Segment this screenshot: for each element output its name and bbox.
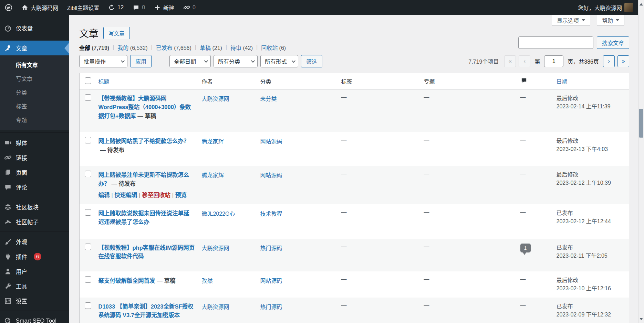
zibll-theme-settings-label: Zibll主题设置: [67, 3, 99, 12]
sidebar-item-community-posts[interactable]: 社区帖子: [0, 214, 69, 229]
comment-count-bubble[interactable]: 1: [520, 244, 531, 252]
sidebar-item-posts[interactable]: 文章: [0, 41, 69, 55]
status-link-trash[interactable]: 回收站 (6): [261, 43, 286, 52]
post-title-link[interactable]: D1033 【简单亲测】2023全新SF授权系统源码 V3.7全开源无加密版本: [98, 303, 194, 318]
post-title-link[interactable]: 【视频教程】php客服在线IM源码网页在线客服软件代码: [98, 245, 195, 259]
filter-button[interactable]: 筛选: [301, 55, 322, 67]
category-filter-select[interactable]: 所有分类: [214, 55, 258, 67]
author-link[interactable]: 孜然: [202, 278, 213, 284]
edit-link[interactable]: 编辑: [98, 192, 110, 198]
date-value: 2023-02-13 下午4:03: [557, 145, 626, 153]
author-link[interactable]: 大鹏资源网: [202, 304, 229, 310]
row-checkbox[interactable]: [85, 276, 91, 283]
row-checkbox[interactable]: [85, 302, 91, 309]
vertical-scrollbar[interactable]: [638, 0, 644, 323]
post-title-link[interactable]: 网上赌被网站黑了不给提款怎么办？: [98, 138, 189, 144]
select-all-checkbox[interactable]: [85, 77, 91, 84]
sidebar-item-links[interactable]: 链接: [0, 150, 69, 165]
sidebar-item-smart-seo-tool[interactable]: Smart SEO Tool: [0, 313, 69, 323]
column-header-title[interactable]: 标题: [95, 73, 198, 89]
category-link[interactable]: 热门源码: [260, 245, 282, 251]
submenu-tags[interactable]: 标签: [0, 99, 69, 113]
sidebar-item-label: 设置: [16, 297, 27, 305]
prev-page-button[interactable]: ‹: [519, 55, 530, 67]
status-link-mine[interactable]: 我的 (6,532): [117, 43, 147, 52]
first-page-button[interactable]: «: [504, 55, 516, 67]
submenu-all-posts[interactable]: 所有文章: [0, 58, 69, 72]
author-link[interactable]: 大鹏资源网: [202, 245, 229, 251]
sidebar-item-comments[interactable]: 评论: [0, 180, 69, 194]
page-suffix-label: 页，共386页: [568, 57, 599, 65]
sidebar-item-media[interactable]: 媒体: [0, 135, 69, 150]
category-link[interactable]: 网站源码: [260, 172, 282, 178]
bulk-action-select[interactable]: 批量操作: [79, 55, 127, 67]
update-count: 12: [117, 4, 124, 11]
add-new-post-button[interactable]: 写文章: [103, 27, 130, 39]
links-status-item[interactable]: 0: [183, 4, 196, 11]
sidebar-item-dashboard[interactable]: 仪表盘: [0, 21, 69, 35]
help-button[interactable]: 帮助: [597, 15, 624, 26]
scroll-down-arrow[interactable]: [638, 315, 644, 322]
menu-separator: [0, 197, 69, 197]
date-filter-select[interactable]: 全部日期: [169, 55, 211, 67]
scroll-up-arrow[interactable]: [638, 1, 644, 8]
status-link-all[interactable]: 全部 (7,719): [79, 43, 109, 52]
author-link[interactable]: 腾龙家辉: [202, 172, 224, 178]
help-label: 帮助: [602, 16, 613, 24]
row-checkbox[interactable]: [85, 171, 91, 177]
scrollbar-thumb[interactable]: [639, 109, 643, 138]
current-page-input[interactable]: [544, 55, 563, 67]
screen-options-button[interactable]: 显示选项: [552, 15, 590, 26]
comments-link[interactable]: 0: [133, 4, 145, 11]
brush-icon: [4, 238, 12, 246]
status-link-published[interactable]: 已发布 (7,656): [156, 43, 191, 52]
author-link[interactable]: 大鹏资源网: [202, 96, 229, 102]
search-input[interactable]: [518, 36, 593, 49]
last-page-button[interactable]: »: [617, 55, 629, 67]
admin-sidebar: 仪表盘 文章 所有文章 写文章 分类 标签 专题 媒体 链接: [0, 15, 69, 323]
submenu-topics[interactable]: 专题: [0, 113, 69, 127]
sidebar-item-users[interactable]: 用户: [0, 264, 69, 279]
site-name-link[interactable]: 大鹏源码网: [21, 3, 58, 12]
format-filter-select[interactable]: 所有形式: [260, 55, 298, 67]
sidebar-item-community-forums[interactable]: 社区板块: [0, 200, 69, 214]
submenu-categories[interactable]: 分类: [0, 85, 69, 99]
row-checkbox[interactable]: [85, 244, 91, 250]
next-page-button[interactable]: ›: [603, 55, 615, 67]
tags-value: —: [341, 276, 347, 282]
category-link[interactable]: 网站源码: [260, 278, 282, 284]
plugin-icon: [4, 253, 12, 260]
post-title-link[interactable]: 网上赌取款说数据未回传还说注单延迟违规被黑了怎么办: [98, 210, 189, 225]
category-link[interactable]: 热门源码: [260, 304, 282, 310]
submenu-new-post[interactable]: 写文章: [0, 72, 69, 85]
row-checkbox[interactable]: [85, 209, 91, 216]
quick-edit-link[interactable]: 快速编辑: [115, 192, 137, 198]
category-link[interactable]: 技术教程: [260, 211, 282, 217]
category-link[interactable]: 网站源码: [260, 139, 282, 144]
sidebar-item-label: 外观: [16, 238, 27, 246]
sidebar-item-tools[interactable]: 工具: [0, 279, 69, 293]
sidebar-item-settings[interactable]: 设置: [0, 293, 69, 308]
table-row: 【带视频教程】大鹏源码网WordPress整站（4000+3000）条数据打包+…: [80, 89, 629, 132]
status-link-pending[interactable]: 待审 (42): [230, 43, 253, 52]
wordpress-logo-icon[interactable]: [5, 4, 12, 11]
new-content-link[interactable]: 新建: [154, 3, 174, 12]
sidebar-item-appearance[interactable]: 外观: [0, 234, 69, 249]
apply-button[interactable]: 应用: [130, 55, 152, 67]
preview-link[interactable]: 预览: [175, 192, 187, 198]
account-menu[interactable]: 您好，大鹏资源网: [578, 3, 633, 12]
status-link-draft[interactable]: 草稿 (21): [200, 43, 222, 52]
sidebar-item-plugins[interactable]: 插件 6: [0, 249, 69, 264]
category-link[interactable]: 未分类: [260, 96, 277, 102]
row-checkbox[interactable]: [85, 94, 91, 101]
row-checkbox[interactable]: [85, 137, 91, 143]
post-title-link[interactable]: 聚支付破解版全网首发: [98, 278, 155, 284]
author-link[interactable]: 腾龙家辉: [202, 139, 224, 144]
search-posts-button[interactable]: 搜索文章: [597, 36, 629, 49]
zibll-theme-settings-link[interactable]: Zibll主题设置: [67, 3, 99, 12]
sidebar-item-pages[interactable]: 页面: [0, 165, 69, 180]
trash-link[interactable]: 移至回收站: [142, 192, 171, 198]
author-link[interactable]: 微JL2022G心: [202, 211, 235, 217]
updates-link[interactable]: 12: [108, 4, 124, 11]
column-header-date[interactable]: 日期: [553, 73, 629, 89]
